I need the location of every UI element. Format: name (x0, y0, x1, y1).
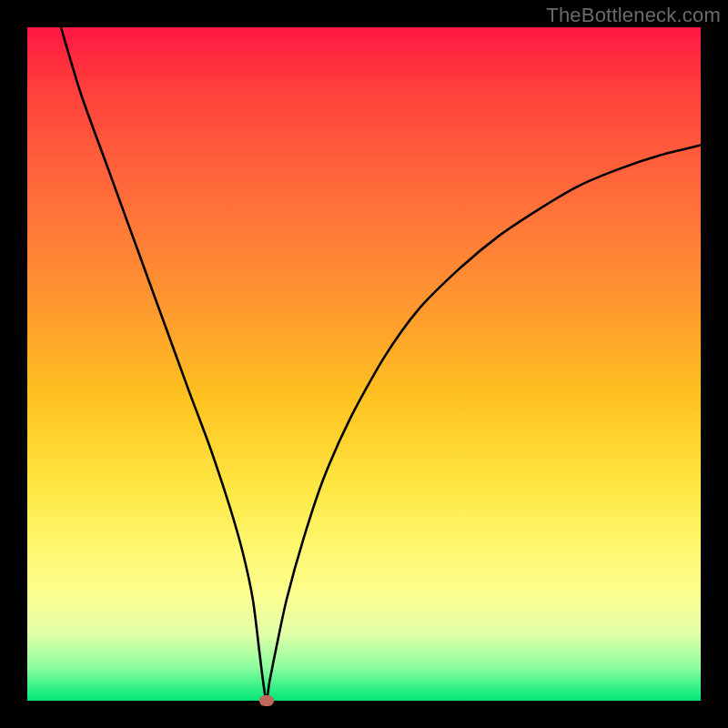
plot-area (27, 27, 701, 701)
chart-frame: TheBottleneck.com (0, 0, 728, 728)
watermark-text: TheBottleneck.com (546, 4, 721, 27)
bottleneck-curve (27, 27, 701, 701)
optimum-marker (259, 695, 274, 706)
